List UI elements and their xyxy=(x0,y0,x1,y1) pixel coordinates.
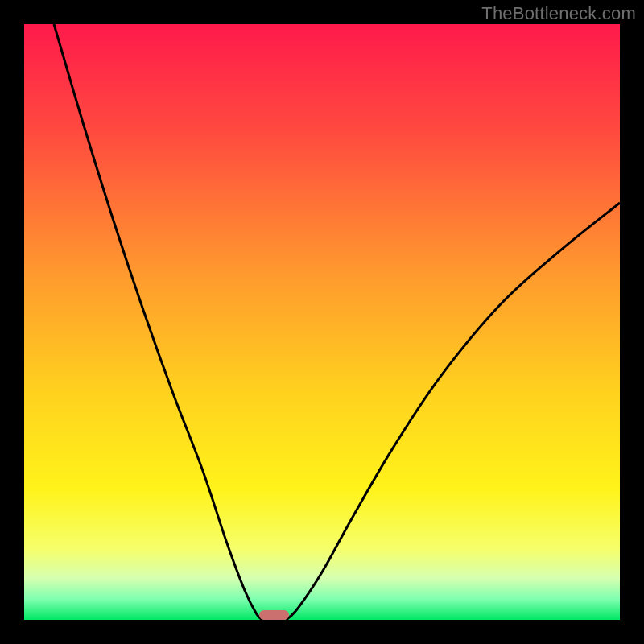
watermark-text: TheBottleneck.com xyxy=(481,3,636,24)
curve-right-branch xyxy=(287,203,620,620)
curve-left-branch xyxy=(54,24,262,620)
plot-frame xyxy=(24,24,620,620)
plot-svg xyxy=(24,24,620,620)
optimal-range-marker xyxy=(259,610,289,620)
